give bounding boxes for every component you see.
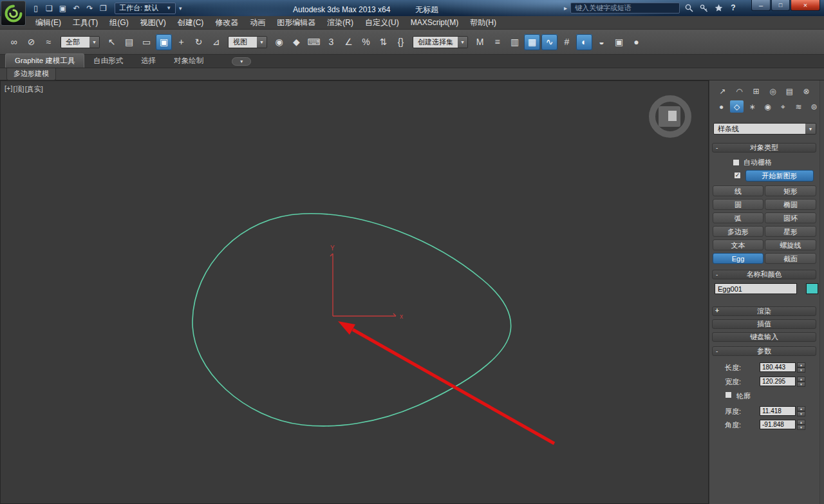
use-pivot-point-center-icon[interactable]: ◉ <box>271 34 287 50</box>
ribbon-tab[interactable]: Graphite 建模工具 <box>5 53 84 68</box>
start-new-shape-checkbox[interactable]: ✓ <box>734 172 741 179</box>
spinner-snap-toggle-icon[interactable]: ⇅ <box>375 34 391 50</box>
menu-item[interactable]: 创建(C) <box>172 16 210 30</box>
select-by-name-icon[interactable]: ▤ <box>121 34 137 50</box>
select-object-icon[interactable]: ↖ <box>104 34 120 50</box>
align-icon[interactable]: ≡ <box>489 34 505 50</box>
ribbon-panel-tab-polygon-modeling[interactable]: 多边形建模 <box>6 68 56 80</box>
object-name-field[interactable] <box>715 283 797 294</box>
length-field[interactable] <box>760 362 796 372</box>
rollout-parameters[interactable]: - 参数 <box>712 346 816 356</box>
infocenter-expander-icon[interactable]: ▸ <box>564 5 567 12</box>
egg-spline[interactable] <box>192 214 511 426</box>
spin-up-icon[interactable]: ▲ <box>797 406 805 411</box>
thickness-spinner[interactable]: ▲▼ <box>797 406 805 416</box>
spin-down-icon[interactable]: ▼ <box>797 382 805 387</box>
shape-button[interactable]: 弧 <box>713 212 763 223</box>
width-field[interactable] <box>760 377 796 386</box>
start-new-shape-button[interactable]: 开始新图形 <box>745 170 814 182</box>
ribbon-tab[interactable]: 选择 <box>132 54 165 68</box>
rollout-collapsed[interactable]: + 插值 <box>712 319 816 329</box>
menu-item[interactable]: 编辑(E) <box>30 16 67 30</box>
ribbon-tab[interactable]: 对象绘制 <box>165 54 212 68</box>
shape-button[interactable]: 圆 <box>713 199 763 210</box>
rollout-collapsed[interactable]: + 渲染 <box>712 306 816 316</box>
sign-in-icon[interactable] <box>698 2 709 14</box>
object-color-swatch[interactable] <box>806 283 818 294</box>
menu-item[interactable]: 自定义(U) <box>359 16 405 30</box>
shapes-category-icon[interactable]: ◇ <box>730 100 744 113</box>
menu-item[interactable]: 渲染(R) <box>321 16 359 30</box>
select-and-move-icon[interactable]: + <box>173 34 189 50</box>
cameras-category-icon[interactable]: ◉ <box>761 100 774 113</box>
help-icon[interactable]: ? <box>727 2 739 14</box>
percent-snap-toggle-icon[interactable]: % <box>358 34 374 50</box>
spin-up-icon[interactable]: ▲ <box>797 420 805 425</box>
rectangular-selection-region-icon[interactable]: ▭ <box>138 34 154 50</box>
lights-category-icon[interactable]: ∗ <box>745 100 759 113</box>
rollout-collapsed[interactable]: + 键盘输入 <box>712 332 816 342</box>
shape-button[interactable]: 多边形 <box>713 226 763 237</box>
select-and-link-icon[interactable]: ∞ <box>6 34 22 50</box>
motion-tab-icon[interactable]: ◎ <box>766 85 780 97</box>
search-icon[interactable] <box>683 2 695 14</box>
material-editor-icon[interactable]: ◐ <box>576 34 592 50</box>
rollout-name-color[interactable]: - 名称和颜色 <box>712 270 816 279</box>
favorites-star-icon[interactable] <box>713 2 724 14</box>
unlink-selection-icon[interactable]: ⊘ <box>23 34 39 50</box>
menu-item[interactable]: 视图(V) <box>135 16 172 30</box>
shape-button[interactable]: 圆环 <box>765 212 816 223</box>
snap-toggle-3d-icon[interactable]: 3 <box>323 34 339 50</box>
angle-spinner[interactable]: ▲▼ <box>797 420 805 429</box>
mirror-icon[interactable]: M <box>472 34 488 50</box>
menu-item[interactable]: 工具(T) <box>67 16 104 30</box>
spin-down-icon[interactable]: ▼ <box>797 368 805 373</box>
rollout-object-type[interactable]: - 对象类型 <box>712 143 816 153</box>
shape-button[interactable]: 矩形 <box>765 185 816 196</box>
geometry-category-icon[interactable]: ● <box>715 100 728 113</box>
open-file-icon[interactable]: ❏ <box>43 2 55 14</box>
undo-icon[interactable]: ↶ <box>70 2 82 14</box>
keyboard-shortcut-override-icon[interactable]: ⌨ <box>306 34 322 50</box>
autogrid-checkbox[interactable] <box>733 159 740 166</box>
edit-named-selection-sets-icon[interactable]: {} <box>393 34 409 50</box>
project-folder-icon[interactable]: ❐ <box>97 2 109 14</box>
named-selection-set-dropdown[interactable]: 创建选择集 ▼ <box>413 36 468 48</box>
workspace-dropdown[interactable]: 工作台: 默认 ▼ <box>115 3 176 14</box>
shape-button[interactable]: 螺旋线 <box>765 239 816 250</box>
menu-item[interactable]: 组(G) <box>104 16 134 30</box>
redo-icon[interactable]: ↷ <box>84 2 96 14</box>
space-warps-category-icon[interactable]: ≋ <box>792 100 805 113</box>
utilities-tab-icon[interactable]: ⊗ <box>800 85 813 97</box>
length-spinner[interactable]: ▲▼ <box>797 362 805 372</box>
outline-checkbox[interactable] <box>725 391 732 398</box>
thickness-field[interactable] <box>760 406 796 416</box>
layer-manager-icon[interactable]: ▥ <box>507 34 523 50</box>
panel-scrollbar[interactable] <box>819 80 824 504</box>
ribbon-minimize-button[interactable]: ▾ <box>232 57 251 66</box>
minimize-button[interactable]: – <box>751 0 771 11</box>
menu-item[interactable]: MAXScript(M) <box>405 16 465 30</box>
curve-editor-icon[interactable]: ∿ <box>541 34 557 50</box>
modify-tab-icon[interactable]: ◠ <box>733 85 746 97</box>
render-setup-icon[interactable]: ◒ <box>594 34 610 50</box>
ribbon-tab[interactable]: 自由形式 <box>84 54 132 68</box>
shape-button[interactable]: Egg <box>713 253 763 264</box>
search-input[interactable] <box>570 3 680 14</box>
rendered-frame-window-icon[interactable]: ▣ <box>611 34 627 50</box>
angle-snap-toggle-icon[interactable]: ∠ <box>341 34 357 50</box>
viewport-menu[interactable]: [顶] <box>14 84 24 94</box>
shape-button[interactable]: 星形 <box>765 226 816 237</box>
spin-up-icon[interactable]: ▲ <box>797 362 805 368</box>
viewport-menu[interactable]: [+] <box>5 84 13 94</box>
3ds-max-logo[interactable] <box>1 1 26 26</box>
schematic-view-icon[interactable]: # <box>559 34 575 50</box>
menu-item[interactable]: 帮助(H) <box>464 16 502 30</box>
menu-item[interactable]: 修改器 <box>209 16 244 30</box>
render-production-icon[interactable]: ● <box>628 34 644 50</box>
spin-down-icon[interactable]: ▼ <box>797 425 805 430</box>
new-scene-icon[interactable]: ▯ <box>30 2 42 14</box>
shape-button[interactable]: 截面 <box>765 253 816 264</box>
angle-field[interactable] <box>760 420 796 429</box>
shape-button[interactable]: 线 <box>713 185 763 196</box>
